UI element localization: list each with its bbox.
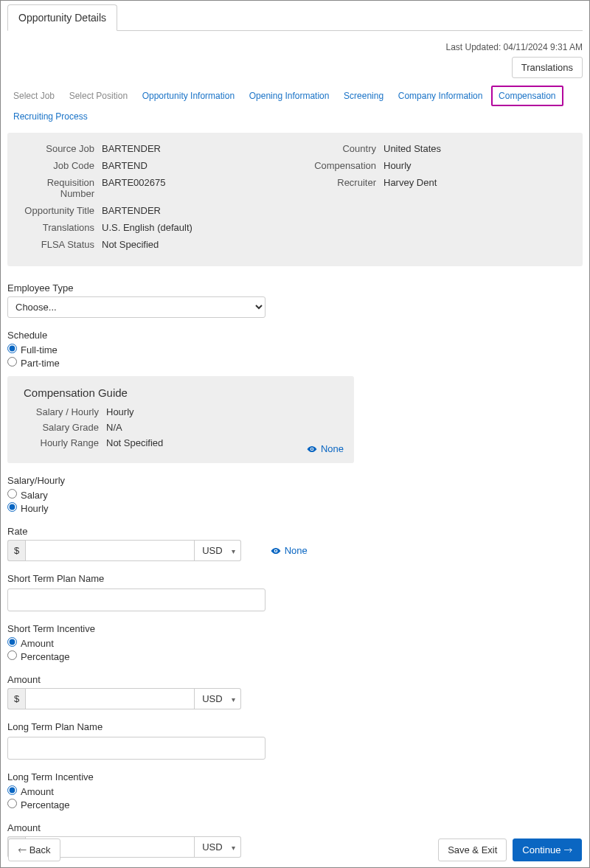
st-currency-select[interactable]: USD (195, 688, 240, 709)
label-compensation: Compensation (295, 160, 384, 171)
footer: 🡐 Back Save & Exit Continue 🡒 (8, 839, 582, 861)
label-recruiter: Recruiter (295, 177, 384, 188)
label-lt-amount: Amount (7, 822, 583, 833)
radio-lt-percentage[interactable] (7, 799, 17, 808)
label-ltplan: Long Term Plan Name (7, 721, 583, 732)
label-salaryhourly-field: Salary/Hourly (7, 475, 583, 486)
value-compensation: Hourly (384, 160, 412, 171)
guide-label-grade: Salary Grade (18, 422, 106, 433)
tab-label: Opportunity Details (18, 12, 106, 24)
tab-screening[interactable]: Screening (338, 86, 389, 106)
label-stincentive: Short Term Incentive (7, 623, 583, 634)
wizard-tabs: Select Job Select Position Opportunity I… (7, 86, 583, 127)
label-translations: Translations (15, 222, 102, 233)
value-country: United States (384, 143, 441, 154)
tab-select-job: Select Job (7, 86, 60, 106)
currency-symbol: $ (7, 540, 25, 561)
visibility-none-guide[interactable]: None (307, 443, 344, 454)
radio-parttime[interactable] (7, 357, 17, 367)
st-currency-wrap[interactable]: USD (195, 693, 240, 704)
summary-box: Source JobBARTENDER Job CodeBARTEND Requ… (7, 133, 583, 266)
continue-button[interactable]: Continue 🡒 (513, 839, 582, 861)
label-country: Country (295, 143, 384, 154)
arrow-left-icon: 🡐 (18, 845, 27, 855)
tab-recruiting-process[interactable]: Recruiting Process (7, 106, 94, 127)
label-req-number: Requisition Number (15, 177, 102, 199)
stplan-input[interactable] (7, 588, 266, 611)
radio-lt-percentage-wrap[interactable]: Percentage (7, 799, 583, 810)
tab-opportunity-details[interactable]: Opportunity Details (7, 4, 117, 31)
tab-opportunity-information[interactable]: Opportunity Information (136, 86, 240, 106)
label-opp-title: Opportunity Title (15, 205, 102, 216)
save-exit-button[interactable]: Save & Exit (438, 839, 507, 861)
tab-compensation[interactable]: Compensation (491, 86, 563, 106)
employee-type-select[interactable]: Choose... (7, 296, 266, 318)
eye-icon (271, 546, 281, 556)
rate-input[interactable] (25, 540, 195, 561)
radio-parttime-wrap[interactable]: Part-time (7, 357, 583, 369)
guide-label-salaryhourly: Salary / Hourly (18, 406, 106, 417)
visibility-none-rate[interactable]: None (271, 545, 308, 556)
radio-st-amount[interactable] (7, 637, 17, 647)
guide-value-salaryhourly: Hourly (106, 406, 134, 417)
radio-st-amount-wrap[interactable]: Amount (7, 637, 583, 649)
eye-icon (307, 444, 317, 454)
radio-st-percentage[interactable] (7, 650, 17, 660)
radio-hourly[interactable] (7, 502, 17, 512)
value-flsa: Not Specified (102, 239, 159, 250)
label-ltincentive: Long Term Incentive (7, 771, 583, 782)
back-button[interactable]: 🡐 Back (8, 839, 60, 861)
tab-company-information[interactable]: Company Information (392, 86, 489, 106)
radio-hourly-wrap[interactable]: Hourly (7, 502, 583, 514)
rate-currency-select[interactable]: USD (195, 540, 240, 561)
value-translations: U.S. English (default) (102, 222, 192, 233)
radio-salary-wrap[interactable]: Salary (7, 489, 583, 501)
value-source-job: BARTENDER (102, 143, 161, 154)
value-opp-title: BARTENDER (102, 205, 161, 216)
radio-lt-amount[interactable] (7, 785, 17, 795)
value-job-code: BARTEND (102, 160, 148, 171)
value-req-number: BARTE002675 (102, 177, 166, 199)
label-flsa: FLSA Status (15, 239, 102, 250)
radio-fulltime[interactable] (7, 344, 17, 353)
tab-opening-information[interactable]: Opening Information (243, 86, 336, 106)
ltplan-input[interactable] (7, 737, 266, 760)
last-updated-text: Last Updated: 04/11/2024 9:31 AM (446, 42, 583, 52)
radio-st-percentage-wrap[interactable]: Percentage (7, 650, 583, 662)
guide-title: Compensation Guide (24, 386, 344, 399)
radio-lt-amount-wrap[interactable]: Amount (7, 785, 583, 797)
guide-label-range: Hourly Range (18, 437, 106, 448)
label-st-amount: Amount (7, 674, 583, 685)
guide-value-range: Not Specified (106, 437, 163, 448)
radio-fulltime-wrap[interactable]: Full-time (7, 344, 583, 355)
guide-value-grade: N/A (106, 422, 122, 433)
label-source-job: Source Job (15, 143, 102, 154)
value-recruiter: Harvey Dent (384, 177, 437, 188)
compensation-guide-box: Compensation Guide Salary / HourlyHourly… (7, 376, 354, 463)
translations-button[interactable]: Translations (512, 57, 583, 78)
label-rate: Rate (7, 526, 583, 537)
label-employee-type: Employee Type (7, 282, 583, 294)
st-amount-input[interactable] (25, 688, 195, 709)
arrow-right-icon: 🡒 (563, 845, 572, 855)
label-stplan: Short Term Plan Name (7, 573, 583, 584)
label-job-code: Job Code (15, 160, 102, 171)
currency-symbol-st: $ (7, 688, 25, 709)
rate-currency-wrap[interactable]: USD (195, 545, 240, 556)
radio-salary[interactable] (7, 489, 17, 499)
tab-select-position: Select Position (63, 86, 133, 106)
label-schedule: Schedule (7, 330, 583, 341)
